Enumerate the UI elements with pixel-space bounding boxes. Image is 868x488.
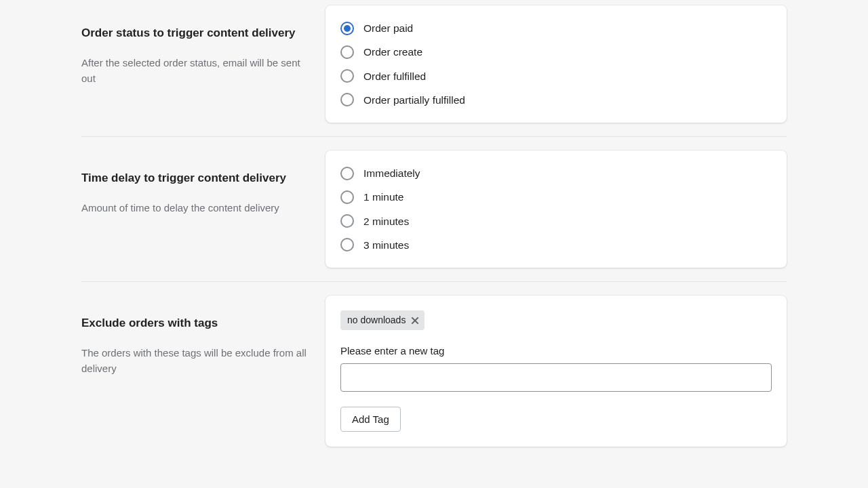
radio-order-partially-fulfilled[interactable]: Order partially fulfilled: [340, 92, 772, 108]
radio-immediately[interactable]: Immediately: [340, 165, 772, 181]
time-delay-radio-group: Immediately 1 minute 2 minutes 3 minutes: [340, 165, 772, 253]
section-title: Exclude orders with tags: [81, 316, 312, 331]
section-description: The orders with these tags will be exclu…: [81, 345, 312, 377]
radio-label: Order paid: [363, 20, 413, 36]
section-text: Time delay to trigger content delivery A…: [81, 150, 312, 268]
section-exclude-tags: Exclude orders with tags The orders with…: [81, 281, 787, 460]
radio-icon: [340, 22, 354, 35]
radio-icon: [340, 238, 354, 251]
tag-chip: no downloads: [340, 310, 425, 330]
radio-icon: [340, 167, 354, 180]
radio-order-fulfilled[interactable]: Order fulfilled: [340, 68, 772, 84]
radio-label: 1 minute: [363, 189, 403, 205]
section-text: Exclude orders with tags The orders with…: [81, 296, 312, 447]
radio-label: Immediately: [363, 165, 420, 181]
section-description: Amount of time to delay the content deli…: [81, 200, 312, 216]
radio-icon: [340, 190, 354, 204]
close-icon[interactable]: [411, 317, 419, 325]
radio-label: Order fulfilled: [363, 68, 426, 84]
radio-label: Order partially fulfilled: [363, 92, 465, 108]
order-status-radio-group: Order paid Order create Order fulfilled …: [340, 20, 772, 108]
section-time-delay: Time delay to trigger content delivery A…: [81, 136, 787, 281]
exclude-tags-card: no downloads Please enter a new tag Add …: [326, 296, 787, 447]
radio-3-minutes[interactable]: 3 minutes: [340, 237, 772, 253]
time-delay-card: Immediately 1 minute 2 minutes 3 minutes: [326, 150, 787, 268]
radio-icon: [340, 214, 354, 228]
radio-order-paid[interactable]: Order paid: [340, 20, 772, 36]
section-title: Time delay to trigger content delivery: [81, 171, 312, 186]
add-tag-button[interactable]: Add Tag: [340, 407, 401, 432]
section-description: After the selected order status, email w…: [81, 55, 312, 87]
section-text: Order status to trigger content delivery…: [81, 5, 312, 123]
radio-label: 3 minutes: [363, 237, 409, 253]
tag-chip-label: no downloads: [347, 313, 406, 327]
radio-order-create[interactable]: Order create: [340, 44, 772, 60]
radio-2-minutes[interactable]: 2 minutes: [340, 214, 772, 229]
tag-input-label: Please enter a new tag: [340, 344, 772, 359]
radio-1-minute[interactable]: 1 minute: [340, 189, 772, 205]
order-status-card: Order paid Order create Order fulfilled …: [326, 5, 787, 123]
radio-icon: [340, 69, 354, 83]
radio-icon: [340, 93, 354, 106]
section-title: Order status to trigger content delivery: [81, 26, 312, 41]
radio-label: 2 minutes: [363, 214, 409, 229]
radio-icon: [340, 45, 354, 59]
radio-label: Order create: [363, 44, 422, 60]
section-order-status: Order status to trigger content delivery…: [81, 5, 787, 136]
tag-input[interactable]: [340, 363, 772, 392]
